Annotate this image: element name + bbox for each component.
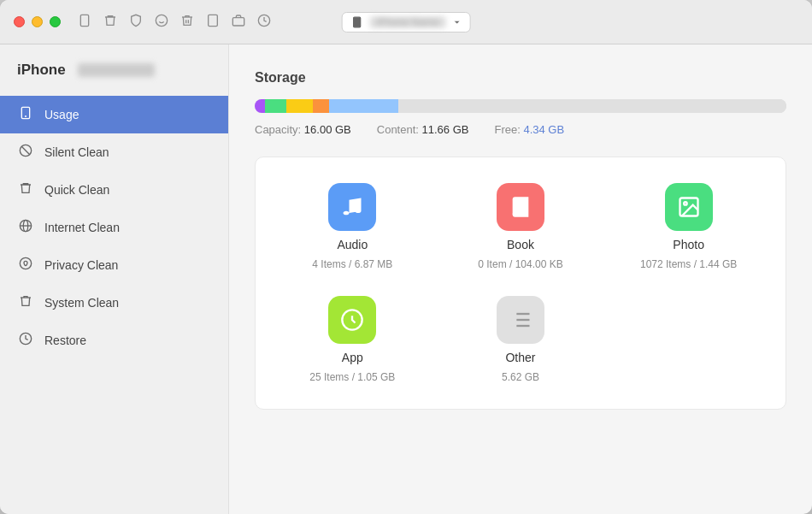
free-label: Free:: [494, 123, 520, 136]
storage-segment-green: [265, 99, 286, 113]
book-label: Book: [507, 238, 534, 251]
storage-title: Storage: [255, 70, 786, 86]
close-button[interactable]: [14, 16, 25, 27]
other-label: Other: [505, 351, 535, 364]
photo-detail: 1072 Items / 1.44 GB: [640, 258, 737, 270]
storage-segment-orange: [313, 99, 329, 113]
device-selector-label: iPhone Name: [370, 16, 446, 28]
sidebar-item-usage[interactable]: Usage: [0, 96, 228, 133]
capacity-info: Capacity: 16.00 GB: [255, 123, 351, 136]
photo-label: Photo: [673, 238, 704, 251]
restore-icon: [17, 332, 34, 349]
device-title: iPhone: [17, 62, 66, 79]
content-info: Content: 11.66 GB: [377, 123, 469, 136]
minimize-button[interactable]: [32, 16, 43, 27]
storage-segment-purple: [255, 99, 265, 113]
device-header: iPhone: [0, 62, 228, 96]
svg-rect-5: [209, 15, 218, 26]
sidebar-item-system-clean[interactable]: System Clean: [0, 284, 228, 322]
cards-grid: Audio 4 Items / 6.87 MB Book 0 Item / 10: [273, 183, 768, 383]
toolbar-icon-trash[interactable]: [180, 14, 194, 31]
card-audio[interactable]: Audio 4 Items / 6.87 MB: [273, 183, 432, 270]
card-app[interactable]: App 25 Items / 1.05 GB: [273, 296, 432, 383]
sidebar-label-internet-clean: Internet Clean: [44, 221, 120, 234]
content-area: Storage Capacity: 16.00 GB Content: 11.6…: [229, 44, 812, 514]
toolbar-icon-face[interactable]: [155, 14, 168, 31]
sidebar-label-system-clean: System Clean: [44, 296, 119, 310]
app-label: App: [342, 351, 363, 364]
device-name-blurred: [78, 63, 155, 77]
sidebar-label-quick-clean: Quick Clean: [44, 183, 109, 197]
sidebar-item-restore[interactable]: Restore: [0, 322, 228, 359]
quick-clean-icon: [17, 181, 34, 198]
main-window: iPhone Name iPhone Usage: [0, 0, 812, 514]
storage-segment-empty: [398, 99, 786, 113]
app-icon-bg: [328, 296, 376, 344]
storage-bar: [255, 99, 786, 113]
maximize-button[interactable]: [50, 16, 61, 27]
other-icon-bg: [497, 296, 544, 344]
storage-info: Capacity: 16.00 GB Content: 11.66 GB Fre…: [255, 123, 786, 136]
svg-rect-6: [232, 17, 244, 25]
svg-point-16: [20, 257, 31, 269]
sidebar-item-quick-clean[interactable]: Quick Clean: [0, 171, 228, 209]
capacity-label: Capacity:: [255, 123, 301, 136]
app-detail: 25 Items / 1.05 GB: [309, 371, 395, 383]
photo-icon-bg: [665, 183, 713, 231]
card-book[interactable]: Book 0 Item / 104.00 KB: [441, 183, 601, 270]
card-photo[interactable]: Photo 1072 Items / 1.44 GB: [609, 183, 768, 270]
audio-detail: 4 Items / 6.87 MB: [312, 258, 392, 270]
card-other[interactable]: Other 5.62 GB: [441, 296, 601, 383]
svg-point-19: [684, 202, 687, 205]
device-selector[interactable]: iPhone Name: [342, 12, 471, 32]
main-body: iPhone Usage: [0, 44, 812, 514]
svg-rect-8: [354, 17, 361, 27]
toolbar-icon-clock[interactable]: [257, 14, 271, 31]
toolbar-icon-clean[interactable]: [103, 14, 117, 31]
svg-point-2: [156, 15, 167, 26]
cards-container: Audio 4 Items / 6.87 MB Book 0 Item / 10: [255, 157, 786, 410]
book-detail: 0 Item / 104.00 KB: [478, 258, 562, 270]
toolbar-icon-briefcase[interactable]: [232, 14, 245, 31]
sidebar-label-silent-clean: Silent Clean: [44, 145, 109, 159]
storage-segment-yellow: [286, 99, 313, 113]
sidebar-item-internet-clean[interactable]: Internet Clean: [0, 209, 228, 246]
toolbar-icon-shield[interactable]: [129, 14, 143, 31]
sidebar-label-restore: Restore: [44, 334, 86, 347]
internet-clean-icon: [17, 219, 34, 236]
silent-clean-icon: [17, 144, 34, 161]
svg-line-12: [21, 146, 29, 154]
audio-icon-bg: [328, 183, 376, 231]
system-clean-icon: [17, 294, 34, 311]
titlebar: iPhone Name: [0, 0, 812, 44]
capacity-value: 16.00 GB: [304, 123, 351, 136]
free-value: 4.34 GB: [523, 123, 564, 136]
audio-label: Audio: [337, 238, 368, 251]
other-detail: 5.62 GB: [502, 371, 539, 383]
content-value: 11.66 GB: [422, 123, 469, 136]
sidebar: iPhone Usage: [0, 44, 229, 514]
sidebar-item-privacy-clean[interactable]: Privacy Clean: [0, 246, 228, 284]
toolbar-icon-tablet[interactable]: [206, 14, 220, 31]
storage-segment-blue: [329, 99, 398, 113]
content-label: Content:: [377, 123, 419, 136]
toolbar-icons: [78, 14, 271, 31]
privacy-clean-icon: [17, 257, 34, 274]
toolbar-icon-phone[interactable]: [78, 14, 91, 31]
free-info: Free: 4.34 GB: [494, 123, 564, 136]
sidebar-item-silent-clean[interactable]: Silent Clean: [0, 133, 228, 171]
book-icon-bg: [497, 183, 544, 231]
sidebar-label-privacy-clean: Privacy Clean: [44, 258, 118, 272]
svg-rect-0: [80, 15, 88, 26]
sidebar-label-usage: Usage: [44, 108, 79, 121]
traffic-lights: [14, 16, 61, 27]
usage-icon: [17, 106, 34, 123]
